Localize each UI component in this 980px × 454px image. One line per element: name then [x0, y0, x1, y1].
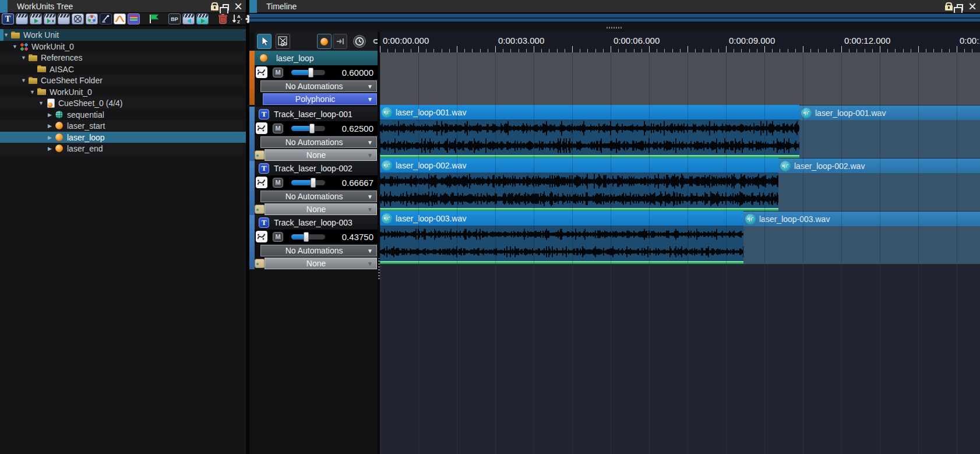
automation-dropdown[interactable]: No Automations▼ — [260, 80, 377, 92]
clapper-prev-icon[interactable] — [182, 13, 195, 24]
expanded-arrow-icon[interactable]: ▼ — [29, 89, 36, 95]
tree-item-workunit-0[interactable]: ▼WorkUnit_0 — [0, 41, 246, 52]
collapsed-arrow-icon[interactable]: ▶ — [46, 146, 54, 152]
random-target-icon[interactable] — [72, 13, 84, 24]
tree-item-laser-loop[interactable]: ▶laser_loop — [0, 132, 246, 143]
clapper-next-icon[interactable] — [196, 13, 209, 24]
mute-button[interactable]: M — [273, 68, 283, 78]
timeline-horizontal-splitter[interactable] — [249, 23, 980, 32]
automation-dropdown-label: No Automations — [261, 192, 367, 201]
duplicate-panel-icon[interactable] — [957, 4, 963, 10]
mute-button[interactable]: M — [273, 178, 283, 188]
metronome-icon[interactable] — [100, 13, 112, 24]
record-toggle-button[interactable] — [317, 34, 332, 49]
slider-handle[interactable] — [311, 178, 316, 188]
collapsed-arrow-icon[interactable]: ▶ — [46, 123, 54, 129]
empty-lane-area[interactable] — [380, 264, 980, 454]
loop-repeat-clip[interactable]: laser_loop-002.wav — [778, 158, 980, 211]
splitter-grip-icon[interactable] — [607, 27, 623, 29]
tree-item-references[interactable]: ▼References — [0, 52, 246, 64]
automation-dropdown[interactable]: No Automations▼ — [260, 191, 377, 202]
cue-lane-background[interactable] — [380, 52, 980, 105]
chevron-down-icon: ▼ — [367, 193, 376, 200]
select-tool-button[interactable] — [257, 34, 272, 49]
text-cue-icon[interactable] — [2, 13, 14, 24]
tree-item-label: laser_end — [67, 144, 103, 153]
loop-repeat-clip[interactable]: laser_loop-001.wav — [799, 105, 980, 158]
aisac-dots-icon[interactable] — [86, 13, 98, 24]
step-forward-button[interactable] — [333, 34, 347, 49]
lock-icon[interactable] — [945, 5, 953, 10]
collapsed-arrow-icon[interactable]: ▶ — [46, 135, 54, 140]
waveform-clip[interactable]: laser_loop-002.wav — [380, 158, 778, 211]
volume-slider[interactable] — [291, 70, 325, 75]
selector-row: None▼ — [255, 149, 377, 161]
clapper-2-icon[interactable] — [58, 13, 70, 24]
slider-handle[interactable] — [308, 68, 313, 78]
automation-dropdown[interactable]: No Automations▼ — [260, 245, 377, 256]
tree-item-cuesheet-0-4-4-[interactable]: ▼CueSheet_0 (4/4) — [0, 97, 246, 109]
tree-item-sequential[interactable]: ▶sequential — [0, 109, 246, 121]
backplate-icon[interactable] — [168, 13, 181, 24]
track-name-header[interactable]: Track_laser_loop-003 — [255, 215, 378, 230]
clip-waveform — [380, 226, 743, 261]
time-display-button[interactable] — [353, 35, 366, 48]
chevron-down-icon: ▼ — [367, 261, 376, 267]
track-name-header[interactable]: Track_laser_loop-002 — [255, 161, 378, 175]
tree-item-cuesheet-folder[interactable]: ▼CueSheet Folder — [0, 75, 246, 86]
flag-icon[interactable] — [148, 13, 160, 24]
tree-item-laser-end[interactable]: ▶laser_end — [0, 143, 246, 154]
clapper-play-icon[interactable] — [30, 13, 42, 24]
cue-color-strip — [249, 51, 255, 105]
sort-icon[interactable]: AZ — [231, 13, 243, 24]
ruler-time-label: 0:00:09.000 — [729, 36, 775, 45]
timeline-ruler[interactable]: 0:00:00.0000:00:03.0000:00:06.0000:00:09… — [380, 32, 980, 52]
tree-item-work-unit[interactable]: ▼Work Unit — [0, 29, 246, 41]
close-icon[interactable] — [967, 1, 978, 12]
duplicate-panel-icon[interactable] — [223, 4, 229, 10]
timeline-body: laser_loopM0.60000No Automations▼Polypho… — [249, 32, 980, 454]
tree-item-laser-start[interactable]: ▶laser_start — [0, 120, 246, 132]
slider-handle[interactable] — [309, 124, 315, 133]
expanded-arrow-icon[interactable]: ▼ — [37, 100, 45, 106]
mute-button[interactable]: M — [273, 124, 283, 133]
collapsed-arrow-icon[interactable]: ▶ — [46, 112, 54, 118]
volume-slider[interactable] — [291, 180, 325, 185]
mute-button[interactable]: M — [273, 232, 283, 242]
color-layers-icon[interactable] — [128, 13, 140, 24]
selector-dropdown[interactable]: None▼ — [265, 258, 377, 269]
clip-file-name: laser_loop-003.wav — [759, 214, 830, 224]
expanded-arrow-icon[interactable]: ▼ — [11, 44, 19, 50]
automation-dropdown[interactable]: No Automations▼ — [260, 136, 377, 148]
waveform-clip[interactable]: laser_loop-001.wav — [380, 105, 799, 158]
close-icon[interactable] — [233, 1, 244, 12]
timeline-track-row: laser_loop-002.wavlaser_loop-002.wav — [380, 158, 980, 211]
clip-file-name: laser_loop-001.wav — [815, 108, 886, 118]
loop-repeat-clip[interactable]: laser_loop-003.wav — [743, 211, 980, 264]
expanded-arrow-icon[interactable]: ▼ — [2, 32, 10, 38]
tree-item-aisac[interactable]: AISAC — [0, 64, 246, 75]
waveform-file-icon — [745, 214, 756, 224]
clapper-play-step-icon[interactable] — [44, 13, 56, 24]
cue-name-header[interactable]: laser_loop — [255, 51, 378, 65]
split-tool-button[interactable] — [276, 34, 290, 49]
volume-slider[interactable] — [291, 234, 325, 240]
expanded-arrow-icon[interactable]: ▼ — [20, 55, 27, 61]
slider-handle[interactable] — [304, 232, 309, 242]
volume-slider[interactable] — [291, 126, 325, 131]
playback-mode-dropdown-label: Polyphonic — [263, 94, 367, 104]
clapper-icon[interactable] — [16, 13, 28, 24]
volume-value: 0.60000 — [325, 68, 378, 78]
timeline-panel-title: Timeline — [266, 2, 945, 11]
trash-icon[interactable] — [217, 13, 229, 24]
expanded-arrow-icon[interactable]: ▼ — [20, 78, 27, 83]
track-name-header[interactable]: Track_laser_loop-001 — [255, 107, 378, 121]
automation-wave-icon[interactable] — [114, 13, 126, 24]
selector-dropdown[interactable]: None▼ — [265, 203, 377, 215]
tree-item-workunit-0[interactable]: ▼WorkUnit_0 — [0, 86, 246, 98]
waveform-clip[interactable]: laser_loop-003.wav — [380, 211, 743, 264]
playback-mode-dropdown[interactable]: Polyphonic▼ — [263, 93, 377, 105]
selector-dropdown[interactable]: None▼ — [265, 149, 377, 161]
lock-icon[interactable] — [211, 5, 218, 10]
timeline-marker-strip[interactable] — [249, 13, 980, 23]
